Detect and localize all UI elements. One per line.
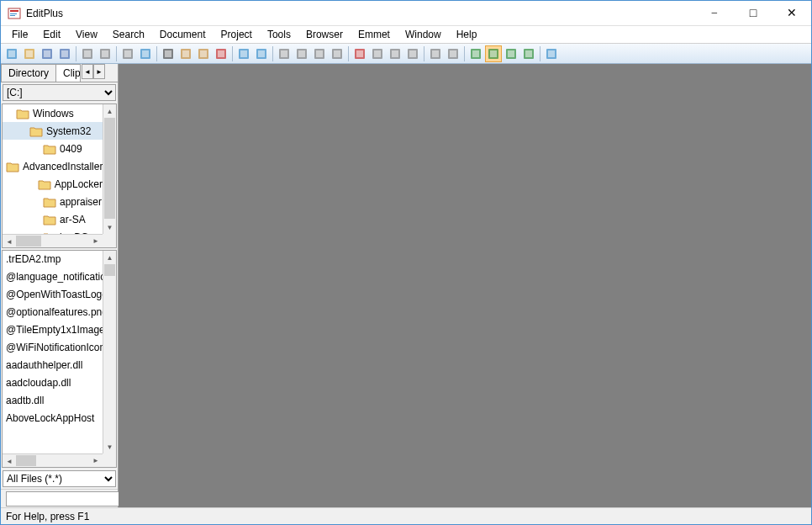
- file-item[interactable]: @OpenWithToastLogo: [3, 286, 103, 304]
- sidebar: Directory Clipt ◄ ► [C:] WindowsSystem32…: [1, 64, 119, 507]
- maximize-button[interactable]: □: [734, 1, 772, 25]
- filelist-hscroll[interactable]: ◄ ►: [3, 453, 103, 467]
- file-filter-select[interactable]: All Files (*.*): [3, 470, 116, 487]
- context-help-icon[interactable]: [543, 45, 560, 62]
- menu-help[interactable]: Help: [449, 27, 485, 42]
- browser-edit-icon[interactable]: [485, 45, 502, 62]
- redo-icon[interactable]: [253, 45, 270, 62]
- tab-directory[interactable]: Directory: [1, 64, 56, 82]
- svg-rect-15: [102, 50, 108, 57]
- html-heading-icon[interactable]: [369, 45, 386, 62]
- file-item[interactable]: @language_notification: [3, 268, 103, 286]
- folder-item[interactable]: Windows: [3, 104, 103, 122]
- menu-project[interactable]: Project: [214, 27, 260, 42]
- close-button[interactable]: ✕: [772, 1, 811, 25]
- menu-emmet[interactable]: Emmet: [351, 27, 398, 42]
- paste-icon[interactable]: [195, 45, 212, 62]
- file-item[interactable]: AboveLockAppHost: [3, 410, 103, 427]
- text-format-icon[interactable]: [387, 45, 403, 62]
- window-title: EditPlus: [26, 8, 695, 19]
- print-icon[interactable]: [79, 45, 96, 62]
- folder-item[interactable]: AppLocker: [3, 175, 103, 193]
- svg-rect-41: [356, 50, 363, 57]
- folder-item[interactable]: appraiser: [3, 193, 103, 210]
- menu-file[interactable]: File: [4, 27, 35, 42]
- file-list[interactable]: .trEDA2.tmp@language_notification@OpenWi…: [2, 250, 117, 468]
- settings-icon[interactable]: [445, 45, 461, 62]
- path-row: [1, 489, 118, 507]
- filelist-vscroll[interactable]: ▲ ▼: [103, 251, 116, 453]
- status-text: For Help, press F1: [6, 511, 89, 522]
- file-item[interactable]: aadtb.dll: [3, 392, 103, 410]
- titlebar: EditPlus − □ ✕: [1, 1, 811, 26]
- delete-icon[interactable]: [213, 45, 229, 62]
- tree-hscroll[interactable]: ◄ ►: [3, 234, 103, 247]
- svg-rect-25: [200, 50, 207, 57]
- tab-scroll-left[interactable]: ◄: [82, 64, 93, 79]
- copy-icon[interactable]: [177, 45, 194, 62]
- print-preview-icon[interactable]: [97, 45, 113, 62]
- menu-edit[interactable]: Edit: [35, 27, 68, 42]
- new-file-icon[interactable]: [3, 45, 20, 62]
- svg-rect-7: [26, 50, 33, 57]
- file-item[interactable]: aadauthhelper.dll: [3, 357, 103, 374]
- svg-rect-59: [525, 50, 532, 57]
- svg-rect-19: [142, 50, 149, 57]
- file-item[interactable]: .trEDA2.tmp: [3, 251, 103, 268]
- file-item[interactable]: @optionalfeatures.png: [3, 304, 103, 321]
- svg-rect-2: [10, 13, 17, 14]
- browser-view-icon[interactable]: [467, 45, 484, 62]
- svg-rect-57: [508, 50, 514, 57]
- preferences-icon[interactable]: [119, 45, 136, 62]
- svg-rect-55: [490, 50, 497, 57]
- svg-rect-13: [84, 50, 91, 57]
- toolbar: [1, 44, 811, 64]
- file-item[interactable]: aadcloudap.dll: [3, 374, 103, 392]
- folder-tree[interactable]: WindowsSystem320409AdvancedInstallersApp…: [2, 103, 117, 248]
- app-icon: [8, 7, 21, 20]
- folder-item[interactable]: bg-BG: [3, 228, 103, 234]
- save-icon[interactable]: [39, 45, 55, 62]
- find-icon[interactable]: [276, 45, 293, 62]
- folder-item[interactable]: AdvancedInstallers: [3, 157, 103, 175]
- svg-rect-43: [374, 50, 381, 57]
- folder-item[interactable]: System32: [3, 122, 103, 140]
- goto-line-icon[interactable]: [329, 45, 345, 62]
- replace-icon[interactable]: [293, 45, 310, 62]
- cut-icon[interactable]: [160, 45, 177, 62]
- ftp-icon[interactable]: [137, 45, 154, 62]
- open-icon[interactable]: [21, 45, 38, 62]
- svg-rect-47: [409, 50, 416, 57]
- svg-rect-49: [432, 50, 439, 57]
- tree-vscroll[interactable]: ▲ ▼: [103, 104, 116, 234]
- svg-rect-51: [450, 50, 456, 57]
- svg-rect-53: [472, 50, 479, 57]
- file-item[interactable]: @TileEmpty1x1Image: [3, 321, 103, 339]
- save-all-icon[interactable]: [56, 45, 73, 62]
- menu-tools[interactable]: Tools: [260, 27, 298, 42]
- folder-item[interactable]: 0409: [3, 140, 103, 157]
- drive-select[interactable]: [C:]: [3, 84, 116, 101]
- menu-browser[interactable]: Browser: [298, 27, 351, 42]
- indent-icon[interactable]: [404, 45, 421, 62]
- svg-rect-1: [10, 10, 18, 12]
- menu-view[interactable]: View: [68, 27, 105, 42]
- statusbar: For Help, press F1: [1, 507, 811, 524]
- user-tool-icon[interactable]: [427, 45, 444, 62]
- folder-item[interactable]: ar-SA: [3, 210, 103, 228]
- file-item[interactable]: @WiFiNotificationIcon: [3, 339, 103, 357]
- undo-icon[interactable]: [235, 45, 252, 62]
- menu-search[interactable]: Search: [105, 27, 152, 42]
- refresh-icon[interactable]: [503, 45, 519, 62]
- sidebar-tabs: Directory Clipt ◄ ►: [1, 64, 118, 82]
- menu-document[interactable]: Document: [152, 27, 214, 42]
- font-color-icon[interactable]: [351, 45, 368, 62]
- tab-cliptext[interactable]: Clipt: [55, 64, 81, 82]
- find-in-files-icon[interactable]: [311, 45, 328, 62]
- svg-rect-35: [298, 50, 305, 57]
- tile-icon[interactable]: [520, 45, 537, 62]
- tab-scroll-right[interactable]: ►: [93, 64, 105, 79]
- svg-rect-45: [392, 50, 398, 57]
- menu-window[interactable]: Window: [398, 27, 449, 42]
- minimize-button[interactable]: −: [695, 1, 734, 25]
